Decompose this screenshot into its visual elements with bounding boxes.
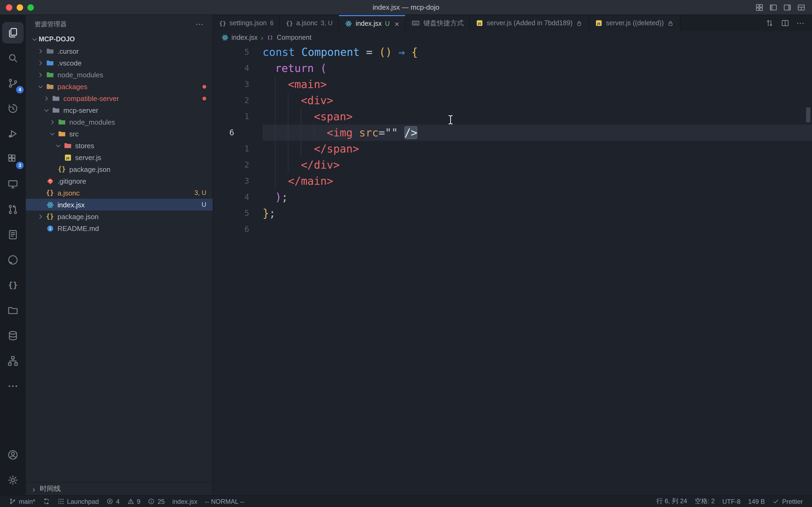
titlebar-panel-left-button[interactable]	[769, 3, 777, 11]
relative-line-number: 2	[244, 92, 249, 109]
tree-item-a.jsonc[interactable]: {}a.jsonc3, U	[26, 187, 213, 199]
editor-more-button[interactable]: ⋯	[797, 18, 805, 28]
activity-more[interactable]	[2, 376, 23, 397]
activity-source-control[interactable]: 4	[2, 72, 23, 94]
titlebar-layout-custom-button[interactable]	[797, 3, 806, 11]
activity-database[interactable]	[2, 325, 23, 346]
tree-item-node_modules[interactable]: node_modules	[26, 69, 213, 80]
tab-a.jsonc[interactable]: {}a.jsonc3, U	[280, 15, 339, 31]
activity-snippets[interactable]: {}	[2, 274, 23, 296]
code-line[interactable]: 3<main>	[213, 76, 812, 92]
activity-github[interactable]	[2, 249, 23, 271]
activity-run-debug[interactable]	[2, 123, 23, 145]
tab-server.js (Added in 7bdd189)[interactable]: JSserver.js (Added in 7bdd189)	[470, 15, 589, 31]
tree-item-src[interactable]: src	[26, 128, 213, 139]
tree-item-packages[interactable]: packages	[26, 80, 213, 92]
tree-root[interactable]: MCP-DOJO	[26, 33, 213, 45]
breadcrumb-item[interactable]: Component	[267, 34, 311, 41]
tab-键盘快捷方式[interactable]: 键盘快捷方式	[406, 15, 470, 31]
breadcrumb-item[interactable]: index.jsx	[221, 34, 257, 41]
statusbar-text: Prettier	[782, 498, 803, 505]
tree-item-package.json[interactable]: {}package.json	[26, 163, 213, 175]
code-line[interactable]: 6	[213, 221, 812, 237]
statusbar-item-right-1[interactable]: 空格: 2	[691, 497, 718, 506]
js-icon: JS	[595, 19, 602, 27]
tree-item-node_modules[interactable]: node_modules	[26, 116, 213, 128]
tree-item-compatible-server[interactable]: compatible-server	[26, 92, 213, 104]
activity-folders[interactable]	[2, 300, 23, 321]
editor-run-button[interactable]: undefined	[750, 19, 758, 27]
activity-pull-requests[interactable]	[2, 199, 23, 220]
editor-actions: undefined⋯	[743, 15, 812, 31]
editor-split-button[interactable]	[781, 19, 790, 27]
timeline-section[interactable]: › 时间线	[26, 482, 213, 495]
statusbar-item-right-2[interactable]: UTF-8	[718, 498, 744, 505]
titlebar-panel-right-button[interactable]	[783, 3, 792, 11]
code-line[interactable]: 1</span>	[213, 141, 812, 157]
gutter: 6	[213, 221, 263, 237]
code-line[interactable]: 4);	[213, 189, 812, 205]
code-line[interactable]: 5};	[213, 205, 812, 221]
close-window-button[interactable]	[6, 4, 12, 10]
statusbar-item-left-6[interactable]: index.jsx	[169, 498, 201, 505]
activity-explorer[interactable]	[2, 22, 23, 44]
minimize-window-button[interactable]	[17, 4, 23, 10]
code-line[interactable]: 5const Component = () ⇒ {	[213, 44, 812, 60]
relative-line-number: 1	[244, 109, 249, 125]
statusbar-text: 25	[158, 498, 165, 505]
search-icon	[7, 52, 19, 64]
tree-item-server.js[interactable]: JSserver.js	[26, 152, 213, 163]
tab-server.js ((deleted))[interactable]: JSserver.js ((deleted))	[589, 15, 680, 31]
tab-close-button[interactable]: ×	[395, 19, 399, 27]
statusbar-text: Launchpad	[67, 498, 99, 505]
gutter: 1	[213, 141, 263, 157]
statusbar-item-left-1[interactable]	[39, 498, 53, 505]
sidebar-more-button[interactable]: ⋯	[195, 19, 204, 29]
code-line[interactable]: 2<div>	[213, 92, 812, 109]
code-editor[interactable]: 5const Component = () ⇒ {4return (3<main…	[213, 44, 812, 495]
tab-index.jsx[interactable]: index.jsxU×	[339, 15, 406, 31]
statusbar-item-left-7[interactable]: -- NORMAL --	[201, 498, 248, 505]
statusbar-item-left-4[interactable]: 9	[123, 498, 144, 505]
tree-item-.vscode[interactable]: .vscode	[26, 57, 213, 69]
zoom-window-button[interactable]	[27, 4, 34, 10]
activity-notebook[interactable]	[2, 224, 23, 245]
gutter: 6	[213, 125, 263, 141]
tree-item-index.jsx[interactable]: index.jsxU	[26, 199, 213, 211]
activity-search[interactable]	[2, 47, 23, 69]
code-line[interactable]: 1<span>	[213, 109, 812, 125]
statusbar-item-right-0[interactable]: 行 6, 列 24	[653, 497, 691, 506]
titlebar-layout-grid-button[interactable]	[755, 3, 764, 11]
statusbar-item-left-5[interactable]: 25	[144, 498, 169, 505]
code-line[interactable]: 3</main>	[213, 173, 812, 189]
layout-grid-icon	[755, 3, 764, 11]
statusbar-item-left-0[interactable]: main*	[5, 498, 39, 505]
tab-settings.json[interactable]: {}settings.json6	[213, 15, 280, 31]
activity-hierarchy[interactable]	[2, 350, 23, 372]
statusbar-item-right-4[interactable]: Prettier	[769, 498, 807, 505]
activity-badge: 3	[16, 162, 23, 169]
relative-line-number: 3	[244, 76, 249, 92]
tree-item-mcp-server[interactable]: mcp-server	[26, 104, 213, 116]
tab-label: settings.json	[230, 19, 267, 27]
code-line[interactable]: 6<img src="" />	[213, 125, 812, 141]
tree-item-README.md[interactable]: README.md	[26, 222, 213, 234]
symbol-icon	[267, 34, 274, 41]
tab-label: server.js ((deleted))	[606, 19, 663, 27]
tree-item-.cursor[interactable]: .cursor	[26, 45, 213, 57]
code-line[interactable]: 2</div>	[213, 157, 812, 173]
statusbar-item-left-3[interactable]: 4	[103, 498, 123, 505]
activity-remote-explorer[interactable]	[2, 173, 23, 195]
editor-compare-button[interactable]	[765, 19, 774, 27]
run-icon: undefined	[750, 19, 758, 27]
statusbar-item-left-2[interactable]: Launchpad	[53, 498, 103, 505]
statusbar-item-right-3[interactable]: 149 B	[744, 498, 769, 505]
activity-settings[interactable]	[2, 469, 23, 491]
activity-extensions[interactable]: 3	[2, 148, 23, 170]
tree-item-package.json[interactable]: {}package.json	[26, 211, 213, 222]
activity-history[interactable]	[2, 98, 23, 119]
tree-item-.gitignore[interactable]: .gitignore	[26, 175, 213, 187]
code-line[interactable]: 4return (	[213, 60, 812, 76]
tree-item-stores[interactable]: stores	[26, 139, 213, 152]
activity-account[interactable]	[2, 444, 23, 466]
